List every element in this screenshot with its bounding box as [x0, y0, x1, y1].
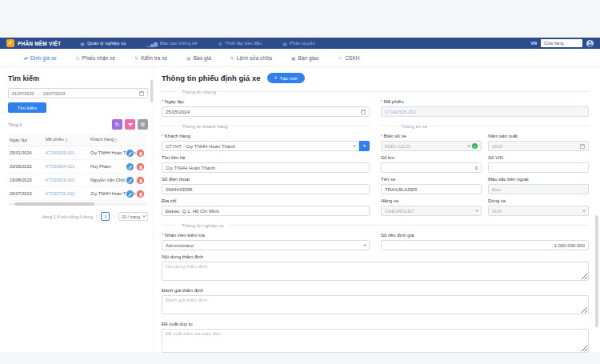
ten-lien-he-input[interactable]: Cty TNHH Hoàn Thành [162, 162, 370, 173]
field-nhan-vien-kiem-tra: *Nhân viên kiểm tra Administrator [162, 232, 370, 250]
edit-button[interactable] [126, 162, 134, 171]
section-divider-vehicle: Thông tin xe [381, 122, 589, 130]
menu-item-thiet-lap-ban-dau[interactable]: ⚙ Thiết lập ban đầu [218, 41, 262, 46]
scrollbar-thumb[interactable] [14, 202, 94, 206]
edit-button[interactable] [126, 176, 134, 185]
so-tien-input[interactable]: 1.000.000.000 [381, 240, 589, 250]
column-header-customer[interactable]: Khách hàng [89, 137, 145, 142]
table-horizontal-scrollbar[interactable] [8, 202, 146, 206]
table-vertical-scrollbar[interactable] [150, 80, 153, 102]
settings-button[interactable]: ⚙ [138, 119, 148, 130]
record-link[interactable]: KT230819-001 [44, 178, 89, 182]
user-avatar-icon[interactable] [586, 40, 594, 47]
tab-ban-giao[interactable]: ▣ Bàn giao [291, 55, 318, 61]
bien-so-xe-select[interactable]: 51B1-11133 ✓ [381, 141, 482, 151]
ten-xe-input[interactable]: TRAILBLAZER [381, 184, 482, 194]
so-vin-input[interactable] [488, 162, 589, 173]
filter-button[interactable] [125, 119, 135, 130]
customer-section: Thông tin khách hàng *Khách hàng CTYHT -… [162, 120, 370, 219]
chevron-down-icon [363, 243, 366, 246]
table-row[interactable]: 19/08/2023 KT230819-001 Nguyễn Văn Chối [8, 174, 146, 187]
chevron-down-icon [475, 209, 478, 212]
add-customer-button[interactable]: + [359, 141, 370, 151]
chevron-down-icon [467, 144, 470, 147]
id-card-icon: ▤ [282, 41, 287, 46]
de-xuat-textarea[interactable] [162, 329, 589, 353]
field-ma-phieu: *Mã phiếu KT240525-001 [381, 98, 589, 117]
field-mau-sac: Màu sắc bên ngoài Đen [488, 176, 589, 194]
delete-button[interactable] [136, 149, 145, 158]
table-row[interactable]: 03/09/2023 KT230904-001 Huy Pham [8, 160, 146, 174]
calendar-icon [580, 144, 585, 149]
search-title: Tìm kiếm [8, 74, 148, 82]
danh-gia-textarea[interactable] [162, 295, 589, 314]
field-bien-so-xe: *Biển số xe 51B1-11133 ✓ [381, 133, 482, 151]
menu-label: Phân quyền [290, 41, 315, 46]
so-dien-thoai-input[interactable]: 0964443558 [162, 184, 370, 194]
so-km-input[interactable]: 0 [381, 162, 482, 173]
wrench-icon: ✎ [230, 55, 234, 61]
trash-icon [138, 151, 143, 156]
tab-cskh[interactable]: ☺ CSKH [338, 55, 359, 61]
date-range-input[interactable]: 01/07/2020 ~ 23/07/2024 [8, 88, 148, 98]
search-button[interactable]: Tìm kiếm [8, 102, 46, 113]
field-so-vin: Số VIN [488, 154, 589, 173]
menu-item-quan-ly-nghiep-vu[interactable]: ▣ Quản lý nghiệp vụ [80, 41, 126, 46]
record-link[interactable]: KT230904-001 [44, 164, 89, 169]
tab-kiem-tra-xe[interactable]: ↻ Kiểm tra xe [134, 55, 167, 61]
delete-button[interactable] [136, 190, 145, 198]
ngay-lap-input[interactable]: 25/05/2024 [162, 106, 370, 117]
date-from[interactable]: 01/07/2020 [12, 91, 34, 96]
next-page-button[interactable]: › [113, 214, 114, 219]
navbar-right: VN Cửa hàng [530, 39, 594, 47]
create-new-button[interactable]: + Tạo mới [267, 73, 305, 83]
refresh-icon: ↻ [134, 55, 138, 61]
edit-button[interactable] [126, 149, 134, 158]
noi-dung-textarea[interactable] [162, 262, 589, 281]
column-header-date[interactable]: Ngày lập [8, 138, 44, 142]
results-table: Ngày lập Mã phiếu Khách hàng 25/01/2024 … [8, 134, 146, 201]
date-to[interactable]: 23/07/2024 [43, 91, 66, 96]
date-separator: ~ [38, 91, 40, 96]
form-vertical-scrollbar[interactable] [595, 215, 598, 327]
tab-phieu-nhan-xe[interactable]: ⊙ Phiếu nhận xe [76, 55, 116, 61]
record-link[interactable]: KT230726-001 [44, 191, 89, 196]
total-count: Tổng 4 [8, 122, 22, 127]
trash-icon [138, 165, 143, 170]
edit-button[interactable] [126, 190, 134, 198]
dia-chi-input[interactable]: Đakao, Q.1, Hồ Chí Minh [162, 206, 370, 216]
prev-page-button[interactable]: ‹ [96, 214, 98, 219]
table-row[interactable]: 26/07/2023 KT230726-001 Cty TNHH Hoàn Th… [8, 187, 146, 201]
language-label[interactable]: VN [530, 41, 537, 46]
page-size-select[interactable]: 10 / trang [118, 212, 148, 221]
record-link[interactable]: KT240525-001 [44, 150, 89, 155]
menu-item-phan-quyen[interactable]: ▤ Phân quyền [282, 41, 315, 46]
pencil-icon [128, 165, 133, 170]
page-number-button[interactable]: 1 [101, 212, 110, 221]
table-row[interactable]: 25/01/2024 KT240525-001 Cty TNHH Hoàn Th… [8, 146, 146, 160]
tab-lenh-sua-chua[interactable]: ✎ Lệnh sửa chữa [230, 55, 272, 61]
field-so-tien-dinh-gia: Số tiền định giá 1.000.000.000 [381, 232, 589, 250]
field-khach-hang: *Khách hàng CTYHT - Cty TNHH Hoàn Thành … [162, 133, 370, 151]
column-header-code[interactable]: Mã phiếu [44, 137, 89, 142]
menu-item-bao-cao-thong-ke[interactable]: ▁▄▆ Báo cáo thống kê [146, 41, 197, 46]
nhan-vien-select[interactable]: Administrator [162, 240, 370, 250]
nam-san-xuat-input: 2010 [488, 141, 589, 151]
delete-button[interactable] [136, 176, 145, 185]
field-noi-dung-tham-dinh: Nội dung thẩm định [162, 254, 589, 284]
trash-icon [138, 178, 143, 183]
tab-bao-gia[interactable]: ▤ Báo giá [186, 55, 211, 61]
person-icon: ☺ [338, 55, 342, 60]
delete-button[interactable] [136, 162, 145, 171]
module-tabbar: ⇄ Định giá xe ⊙ Phiếu nhận xe ↻ Kiểm tra… [0, 49, 600, 67]
menu-label: Báo cáo thống kê [160, 41, 198, 46]
khach-hang-select[interactable]: CTYHT - Cty TNHH Hoàn Thành [162, 141, 359, 151]
store-select[interactable]: Cửa hàng [541, 39, 582, 47]
table-header: Ngày lập Mã phiếu Khách hàng [8, 134, 146, 146]
pencil-icon [128, 178, 133, 183]
tab-dinh-gia-xe[interactable]: ⇄ Định giá xe [24, 55, 57, 61]
pencil-icon [128, 192, 133, 197]
dong-xe-select: SUV [488, 206, 589, 216]
reload-button[interactable]: ↻ [112, 119, 122, 130]
navbar: ✓ PHẦN MỀM VIỆT ▣ Quản lý nghiệp vụ ▁▄▆ … [0, 38, 600, 49]
